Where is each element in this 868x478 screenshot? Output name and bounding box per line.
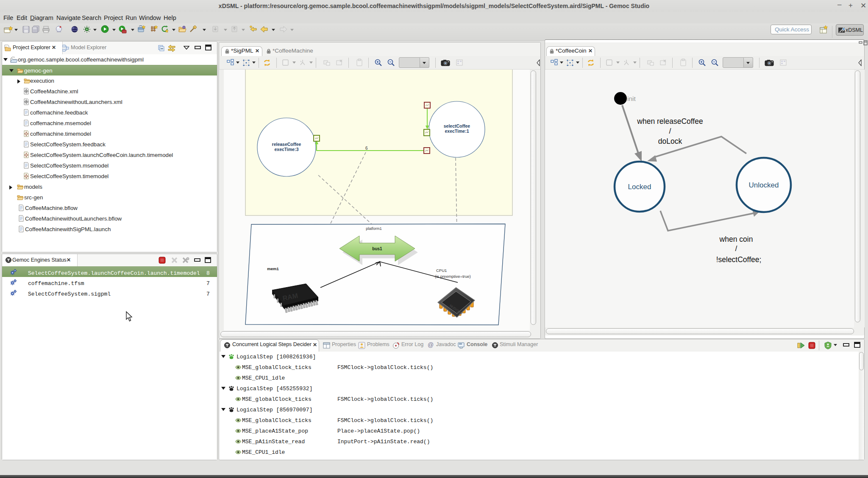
svg-text:releaseCoffee: releaseCoffee — [272, 142, 301, 147]
svg-text:mem1: mem1 — [267, 266, 279, 271]
svg-text:selectCoffee: selectCoffee — [444, 123, 470, 129]
svg-text:bus1: bus1 — [372, 246, 382, 251]
svg-text:init: init — [627, 95, 636, 102]
svg-text:doLock: doLock — [658, 137, 682, 145]
svg-text:Unlocked: Unlocked — [749, 181, 779, 189]
svg-text:execTime:1: execTime:1 — [445, 129, 469, 134]
svg-text:/: / — [735, 244, 737, 253]
svg-text:platform1: platform1 — [366, 226, 382, 231]
svg-text:CPU1: CPU1 — [436, 268, 447, 273]
svg-text:Locked: Locked — [628, 183, 651, 191]
svg-text:execTime:3: execTime:3 — [274, 147, 298, 152]
svg-text:/: / — [669, 127, 671, 135]
svg-text:when releaseCoffee: when releaseCoffee — [637, 117, 703, 126]
svg-text:when coin: when coin — [719, 235, 753, 243]
svg-text:!selectCoffee;: !selectCoffee; — [716, 255, 762, 264]
svg-text:6: 6 — [365, 146, 368, 151]
